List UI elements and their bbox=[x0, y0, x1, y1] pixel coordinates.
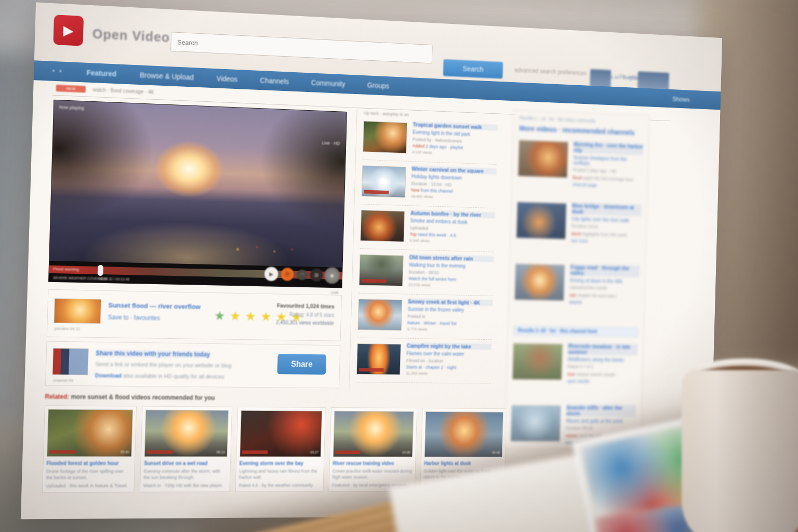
video-subtitle[interactable]: Driving at dawn in the hills bbox=[570, 277, 640, 284]
video-thumbnail[interactable] bbox=[54, 298, 101, 324]
site-logo[interactable]: ▶ bbox=[53, 15, 84, 46]
results-section-header: Results 1–10 · for · this channel feed bbox=[513, 325, 638, 337]
record-button[interactable]: ⦿ bbox=[281, 268, 294, 281]
video-link[interactable]: Nature · Winter · travel list bbox=[407, 320, 457, 326]
video-title[interactable]: Harbor lights at dusk bbox=[424, 461, 502, 467]
results-heading[interactable]: More videos · recommended channels bbox=[519, 124, 644, 137]
video-thumbnail[interactable] bbox=[516, 202, 566, 239]
video-subtitle[interactable]: Wildflowers along the banks bbox=[568, 356, 637, 363]
result-link[interactable]: channel page bbox=[573, 182, 642, 189]
video-thumbnail[interactable] bbox=[512, 343, 563, 380]
nav-item-videos[interactable]: Videos bbox=[217, 74, 238, 83]
video-title[interactable]: Sunset drive on a wet road bbox=[144, 460, 227, 466]
result-item[interactable]: Morning fire · over the harbor city Sunr… bbox=[517, 139, 643, 197]
video-thumbnail[interactable]: 10:05 bbox=[333, 411, 414, 457]
video-thumbnail[interactable] bbox=[359, 255, 404, 286]
video-card[interactable]: 10:05 River rescue training video Crews … bbox=[329, 407, 418, 491]
video-title[interactable]: Foggy road · through the valley bbox=[570, 264, 640, 277]
nav-item-featured[interactable]: Featured bbox=[86, 69, 116, 78]
share-button[interactable]: Share bbox=[277, 354, 326, 375]
video-title[interactable]: Campfire night by the lake bbox=[407, 342, 491, 350]
star-icon[interactable]: ★ bbox=[230, 309, 246, 323]
star-icon[interactable]: ★ bbox=[260, 309, 276, 324]
video-title[interactable]: Riverside meadow · in late summer bbox=[568, 343, 637, 355]
video-title-link[interactable]: Sunset flood — river overflow bbox=[108, 301, 201, 311]
list-item[interactable]: Snowy creek at first light · 4K Sunrise … bbox=[357, 294, 493, 340]
video-subtitle[interactable]: Walking tour in the evening bbox=[409, 262, 494, 269]
star-icon[interactable]: ★ bbox=[245, 309, 260, 324]
list-item[interactable]: Autumn bonfire · by the river Smoke and … bbox=[360, 204, 495, 252]
video-title[interactable]: Morning fire · over the harbor city bbox=[574, 141, 643, 155]
fullscreen-button[interactable]: ◉ bbox=[324, 267, 340, 284]
video-subtitle[interactable]: City lights over the river walk bbox=[571, 216, 641, 223]
nav-item-community[interactable]: Community bbox=[311, 78, 345, 88]
settings-button[interactable]: ⊞ bbox=[310, 268, 323, 282]
video-subtitle[interactable]: Sunrise in the frozen valley bbox=[408, 307, 493, 313]
result-item[interactable]: Blue bridge · downtown at dusk City ligh… bbox=[516, 201, 642, 259]
result-link[interactable]: open results bbox=[567, 379, 637, 384]
video-title[interactable]: Evening storm over the bay bbox=[240, 460, 321, 466]
nav-item-channels[interactable]: Channels bbox=[260, 76, 289, 86]
video-title[interactable]: Tropical garden sunset walk bbox=[413, 122, 498, 131]
list-item[interactable]: Tropical garden sunset walk Evening ligh… bbox=[363, 115, 498, 165]
video-card[interactable]: 08:12 Sunset drive on a wet road Evening… bbox=[140, 406, 232, 493]
scrubber-handle[interactable] bbox=[98, 265, 103, 276]
favourite-link[interactable]: Save to · favourites bbox=[108, 314, 161, 322]
video-title[interactable]: Winter carnival on the square bbox=[411, 166, 496, 175]
play-button[interactable]: ▶ bbox=[264, 267, 278, 281]
view-count: 11,263 views bbox=[406, 371, 490, 376]
video-title[interactable]: Old town streets after rain bbox=[409, 254, 494, 262]
coffee-cup bbox=[682, 370, 798, 532]
video-title[interactable]: Blue bridge · downtown at dusk bbox=[572, 203, 642, 217]
list-item[interactable]: Winter carnival on the square Holiday li… bbox=[361, 160, 496, 208]
video-thumbnail[interactable] bbox=[514, 263, 565, 301]
share-thumbnail[interactable] bbox=[52, 348, 88, 376]
video-link[interactable]: rated this week · 4.9 bbox=[418, 232, 456, 238]
list-item[interactable]: Old town streets after rain Walking tour… bbox=[358, 249, 494, 296]
list-item[interactable]: Campfire night by the lake Flames over t… bbox=[356, 338, 492, 383]
search-button[interactable]: Search bbox=[443, 59, 503, 79]
video-title[interactable]: Seaside cliffs · after the storm bbox=[566, 405, 636, 417]
video-player[interactable]: Now playing Live · HD Flood warning SEVE… bbox=[48, 100, 347, 288]
video-link[interactable]: 2 days ago · playlist bbox=[425, 144, 463, 150]
video-thumbnail[interactable] bbox=[360, 210, 405, 242]
video-subtitle[interactable]: Sunrise timelapse from the rooftops bbox=[573, 155, 643, 168]
download-link[interactable]: Download bbox=[95, 372, 122, 378]
video-link[interactable]: Watch the full series here bbox=[408, 276, 456, 282]
video-subtitle[interactable]: Flames over the calm water bbox=[406, 351, 491, 357]
nav-item-shows[interactable]: Shows bbox=[672, 95, 690, 103]
star-icon[interactable]: ★ bbox=[214, 308, 230, 323]
video-meta: Duration 06:18 bbox=[566, 425, 635, 431]
share-title-link[interactable]: Share this video with your friends today bbox=[96, 350, 210, 358]
video-title[interactable]: Snowy creek at first light · 4K bbox=[408, 298, 493, 306]
video-thumbnail[interactable] bbox=[357, 299, 402, 330]
video-subtitle[interactable]: Waves and gulls at the point bbox=[566, 418, 635, 424]
video-subtitle[interactable]: Smoke and embers at dusk bbox=[410, 218, 495, 225]
video-title[interactable]: Autumn bonfire · by the river bbox=[410, 210, 495, 218]
video-link[interactable]: from this channel bbox=[421, 188, 453, 194]
result-link[interactable]: playlist bbox=[569, 300, 639, 306]
video-title[interactable]: Flooded forest at golden hour bbox=[46, 460, 131, 466]
video-thumbnail[interactable] bbox=[518, 140, 568, 178]
duration-label: 05:40 bbox=[121, 450, 129, 454]
video-thumbnail[interactable] bbox=[362, 165, 406, 197]
video-thumbnail[interactable] bbox=[511, 405, 561, 442]
video-thumbnail[interactable]: 03:27 bbox=[240, 410, 322, 457]
video-card[interactable]: 03:27 Evening storm over the bay Lightni… bbox=[235, 407, 326, 492]
search-input[interactable] bbox=[170, 32, 432, 63]
result-link[interactable]: see more bbox=[571, 238, 641, 245]
nav-item-browse[interactable]: Browse & Upload bbox=[140, 71, 194, 81]
video-thumbnail[interactable] bbox=[363, 121, 407, 154]
video-link[interactable]: Starts at · chapter 2 · night bbox=[406, 365, 457, 370]
video-title[interactable]: River rescue training video bbox=[332, 460, 412, 466]
result-item[interactable]: Riverside meadow · in late summer Wildfl… bbox=[512, 342, 637, 398]
video-subtitle[interactable]: Holiday lights downtown bbox=[411, 174, 496, 182]
video-card[interactable]: 05:40 Flooded forest at golden hour Dron… bbox=[42, 405, 137, 493]
nav-item-groups[interactable]: Groups bbox=[367, 81, 389, 90]
result-item[interactable]: Foggy road · through the valley Driving … bbox=[514, 262, 640, 320]
view-count: 22,018 views bbox=[408, 283, 493, 289]
video-thumbnail[interactable]: 08:12 bbox=[144, 410, 229, 457]
video-thumbnail[interactable]: 06:48 bbox=[424, 411, 503, 457]
video-thumbnail[interactable]: 05:40 bbox=[47, 409, 133, 457]
video-thumbnail[interactable] bbox=[356, 343, 401, 375]
